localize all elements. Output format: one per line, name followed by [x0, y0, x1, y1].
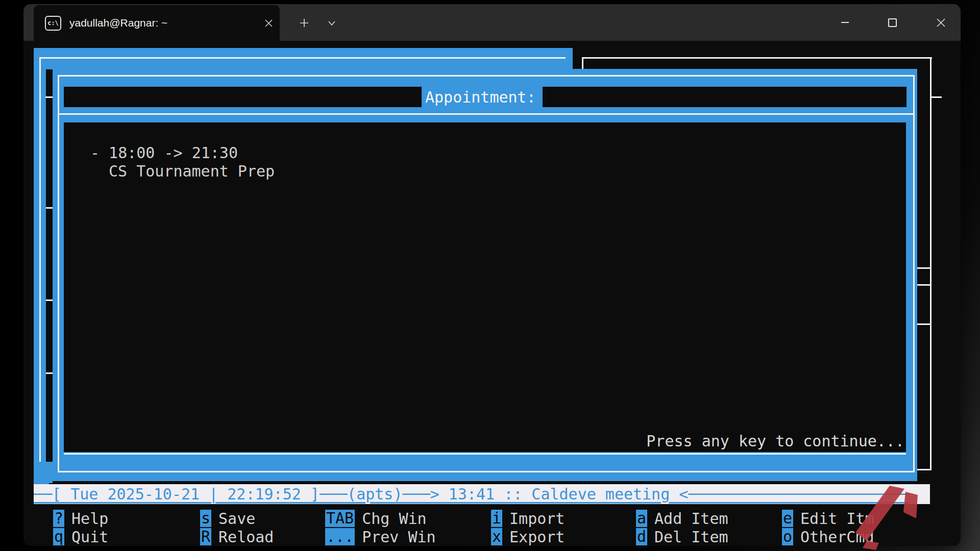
key-hint: o: [782, 528, 793, 545]
key-hint: s: [200, 510, 211, 527]
terminal-tab[interactable]: c:\ yadullah@Ragnar: ~: [34, 5, 280, 41]
key-hint: ...: [325, 528, 355, 545]
key-hint: q: [53, 528, 64, 545]
key-action: Help: [71, 510, 108, 528]
status-bar: ──[ Tue 2025-10-21 | 22:19:52 ]───(apts)…: [34, 484, 930, 504]
calendar-panel-tick: [932, 96, 942, 98]
key-action: Save: [218, 510, 255, 528]
todo-panel-top-tick: [916, 284, 930, 286]
key-hint: d: [636, 528, 647, 545]
chevron-down-icon: [328, 21, 335, 26]
key-hint: x: [491, 528, 502, 545]
window-titlebar[interactable]: c:\ yadullah@Ragnar: ~: [23, 4, 961, 41]
popup-title-bar-left: [64, 87, 422, 107]
key-action: Reload: [218, 528, 274, 546]
key-action: Chg Win: [362, 510, 426, 528]
key-action: Del Item: [654, 528, 728, 546]
key-action: Edit Itm: [800, 510, 874, 528]
maximize-icon: [888, 18, 897, 27]
desktop: c:\ yadullah@Ragnar: ~: [0, 0, 980, 551]
calendar-panel-divider-tick: [916, 267, 930, 269]
key-action: Prev Win: [362, 528, 436, 546]
minimize-icon: [841, 22, 849, 23]
key-hint: a: [636, 510, 647, 527]
tab-dropdown-button[interactable]: [321, 5, 343, 41]
popup-title: Appointment:: [425, 88, 536, 107]
close-icon: [937, 18, 945, 27]
calendar-panel-right-line: [930, 57, 932, 470]
key-hint: ?: [53, 510, 64, 527]
key-action: OtherCmd: [800, 528, 874, 546]
terminal-content[interactable]: Appointment: - 18:00 -> 21:30 CS Tournam…: [0, 41, 980, 546]
apt-panel-tick: [46, 207, 53, 209]
key-hint: i: [491, 510, 502, 527]
command-prompt-icon: c:\: [45, 16, 61, 31]
todo-panel-tick: [916, 323, 930, 325]
appointment-time: - 18:00 -> 21:30: [90, 144, 238, 162]
key-hint: e: [782, 510, 793, 527]
appointment-popup[interactable]: Appointment: - 18:00 -> 21:30 CS Tournam…: [53, 69, 917, 481]
todo-panel-bottom-line: [917, 469, 932, 470]
key-hint: R: [200, 528, 211, 545]
tab-title: yadullah@Ragnar: ~: [69, 17, 257, 29]
apt-panel-interior-sliver: [46, 69, 53, 472]
apt-panel-tick: [45, 96, 53, 98]
apt-panel-left-line: [39, 57, 41, 475]
key-action: Quit: [71, 528, 108, 546]
popup-content-bottom-line: [64, 453, 906, 455]
apt-panel-top-line: [41, 57, 566, 59]
close-window-button[interactable]: [924, 4, 958, 41]
new-tab-button[interactable]: [292, 5, 316, 41]
apt-panel-tick: [46, 299, 53, 301]
press-any-key-prompt: Press any key to continue...: [646, 432, 904, 450]
key-action: Export: [509, 528, 565, 546]
key-action: Import: [509, 510, 565, 528]
apt-panel-tick: [46, 372, 53, 374]
key-hint: TAB: [325, 510, 355, 527]
popup-title-bar-right: [543, 87, 906, 107]
appointment-name: CS Tournament Prep: [109, 162, 275, 181]
maximize-button[interactable]: [875, 4, 909, 41]
popup-title-separator: [58, 113, 913, 115]
apt-panel-bottom-border: [34, 462, 53, 483]
calendar-panel-left-stub: [582, 57, 583, 69]
tab-close-button[interactable]: [257, 5, 280, 41]
key-action: Add Item: [654, 510, 728, 528]
minimize-button[interactable]: [828, 4, 862, 41]
calendar-panel-top-line: [582, 57, 932, 59]
apt-panel-top-border: [34, 48, 573, 69]
tab-icon-label: c:\: [47, 19, 59, 27]
plus-icon: [300, 18, 309, 28]
close-icon: [265, 19, 273, 27]
